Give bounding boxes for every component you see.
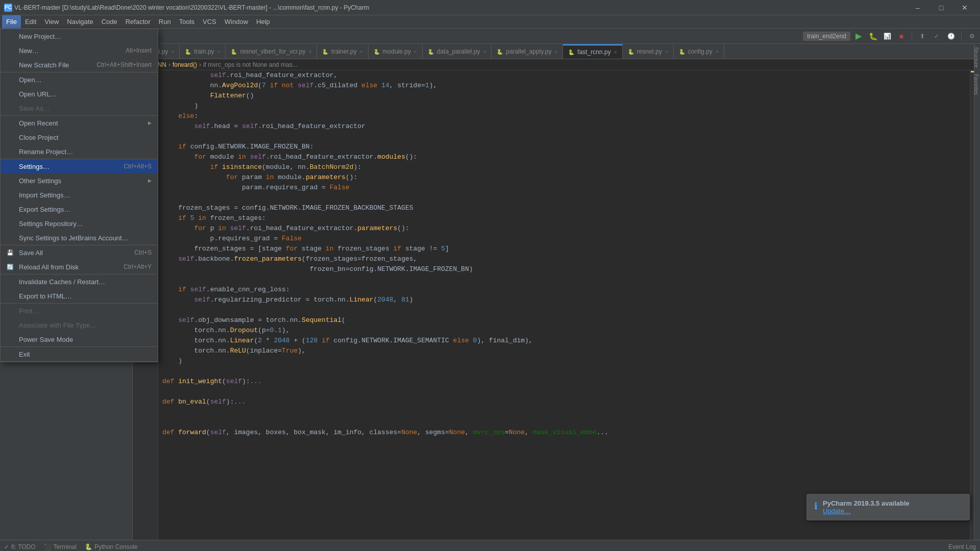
menu-item-label: Exit <box>19 350 30 358</box>
menu-item-save-all[interactable]: 💾 Save All Ctrl+S <box>1 245 158 260</box>
todo-icon: ✓ <box>4 543 9 550</box>
tab-label: fast_rcnn.py <box>577 48 610 56</box>
menu-section-new: New Project… New… Alt+Insert New Scratch… <box>1 29 158 72</box>
tab-close-data-parallel[interactable]: × <box>483 49 486 55</box>
vcs-commit-btn[interactable]: ✓ <box>930 30 943 42</box>
menu-item-power-save[interactable]: Power Save Mode <box>1 332 158 346</box>
vcs-history-btn[interactable]: 🕐 <box>945 30 957 42</box>
menu-item-sync-settings[interactable]: Sync Settings to JetBrains Account… <box>1 231 158 245</box>
menu-item-invalidate[interactable]: Invalidate Caches / Restart… <box>1 274 158 289</box>
code-line: self.obj_downsample = torch.nn.Sequentia… <box>162 315 966 325</box>
menu-item-exit[interactable]: Exit <box>1 347 158 361</box>
menu-item-import-settings[interactable]: Import Settings… <box>1 188 158 202</box>
structure-tab[interactable]: Structure <box>974 44 980 71</box>
tab-close-train[interactable]: × <box>217 49 220 55</box>
tab-parallel-apply[interactable]: 🐍 parallel_apply.py × <box>492 44 563 59</box>
breadcrumb-method[interactable]: forward() <box>173 61 197 68</box>
code-line: frozen_stages = config.NETWORK.IMAGE_FRO… <box>162 203 966 213</box>
menu-item-reload[interactable]: 🔄 Reload All from Disk Ctrl+Alt+Y <box>1 260 158 274</box>
menu-item-label: Settings… <box>19 163 50 170</box>
menu-item-other-settings[interactable]: Other Settings <box>1 173 158 188</box>
tab-train[interactable]: 🐍 train.py × <box>180 44 226 59</box>
menu-file[interactable]: File <box>2 15 21 29</box>
tab-close-build[interactable]: × <box>171 49 174 55</box>
menu-item-export-settings[interactable]: Export Settings… <box>1 202 158 216</box>
code-content[interactable]: self.roi_head_feature_extractor, nn.AvgP… <box>158 70 970 540</box>
menu-vcs[interactable]: VCS <box>199 15 220 29</box>
menu-view[interactable]: View <box>40 15 63 29</box>
menu-item-export-html[interactable]: Export to HTML… <box>1 289 158 303</box>
coverage-btn[interactable]: 📊 <box>881 30 893 42</box>
menu-tools[interactable]: Tools <box>175 15 199 29</box>
menu-help[interactable]: Help <box>252 15 274 29</box>
code-line: ) <box>162 356 966 366</box>
menu-item-settings[interactable]: Settings… Ctrl+Alt+S <box>1 159 158 173</box>
code-line: if 5 in frozen_stages: <box>162 213 966 223</box>
window-controls: – □ ✕ <box>906 1 976 15</box>
bottom-tab-event-log[interactable]: Event Log <box>948 543 976 550</box>
menu-item-print[interactable]: Print… <box>1 304 158 318</box>
menu-item-open[interactable]: Open… <box>1 72 158 87</box>
menu-item-new[interactable]: New… Alt+Insert <box>1 43 158 58</box>
tab-close-resnet[interactable]: × <box>308 49 311 55</box>
tab-close-config[interactable]: × <box>716 49 719 55</box>
close-button[interactable]: ✕ <box>953 1 976 15</box>
tab-close-resnet2[interactable]: × <box>665 49 668 55</box>
bottom-tab-terminal[interactable]: ⬛ Terminal <box>44 543 77 550</box>
tab-data-parallel[interactable]: 🐍 data_parallel.py × <box>423 44 492 59</box>
code-line: else: <box>162 111 966 121</box>
menu-item-label: Export Settings… <box>19 206 70 213</box>
menu-item-open-url[interactable]: Open URL… <box>1 87 158 101</box>
shortcut-settings: Ctrl+Alt+S <box>124 163 152 170</box>
menu-bar: File Edit View Navigate Code Refactor Ru… <box>0 15 980 29</box>
tab-close-fast-rcnn[interactable]: × <box>614 49 617 55</box>
settings-btn[interactable]: ⚙ <box>966 30 978 42</box>
menu-item-new-project[interactable]: New Project… <box>1 29 158 43</box>
menu-navigate[interactable]: Navigate <box>63 15 97 29</box>
menu-item-rename-project[interactable]: Rename Project… <box>1 144 158 159</box>
run-config-selector[interactable]: train_end2end <box>803 32 850 41</box>
menu-refactor[interactable]: Refactor <box>121 15 155 29</box>
code-editor[interactable]: 103 104 105 106 107 108 109 111 121 122 … <box>133 70 974 540</box>
menu-item-close-project[interactable]: Close Project <box>1 130 158 144</box>
debug-btn[interactable]: 🐛 <box>867 30 879 42</box>
menu-window[interactable]: Window <box>220 15 252 29</box>
menu-item-label: Invalidate Caches / Restart… <box>19 278 105 286</box>
code-line: frozen_bn=config.NETWORK.IMAGE_FROZEN_BN… <box>162 264 966 274</box>
tab-resnet-vlbert[interactable]: 🐍 resnet_vlbert_for_vcr.py × <box>226 44 317 59</box>
menu-code[interactable]: Code <box>97 15 121 29</box>
maximize-button[interactable]: □ <box>930 1 952 15</box>
python-console-label: Python Console <box>94 543 138 550</box>
tab-label: trainer.py <box>331 48 356 55</box>
menu-item-associate[interactable]: Associate with File Type… <box>1 318 158 332</box>
menu-item-open-recent[interactable]: Open Recent <box>1 116 158 130</box>
code-line: p.requires_grad = False <box>162 234 966 244</box>
menu-item-label: Export to HTML… <box>19 292 72 300</box>
shortcut-new: Alt+Insert <box>126 47 152 54</box>
tab-fast-rcnn[interactable]: 🐍 fast_rcnn.py × <box>563 44 622 59</box>
tab-label: data_parallel.py <box>437 48 480 55</box>
menu-item-save-as[interactable]: Save As… <box>1 101 158 115</box>
tab-close-trainer[interactable]: × <box>360 49 363 55</box>
toolbar-right: train_end2end ▶ 🐛 📊 ■ ⬆ ✓ 🕐 ⚙ <box>803 30 978 42</box>
run-btn[interactable]: ▶ <box>852 30 865 42</box>
stop-btn[interactable]: ■ <box>895 30 908 42</box>
menu-run[interactable]: Run <box>155 15 175 29</box>
tab-resnet[interactable]: 🐍 resnet.py × <box>623 44 674 59</box>
tab-config[interactable]: 🐍 config.py × <box>674 44 724 59</box>
menu-item-settings-repo[interactable]: Settings Repository… <box>1 216 158 231</box>
vcs-update-btn[interactable]: ⬆ <box>916 30 928 42</box>
tab-close-module[interactable]: × <box>414 49 417 55</box>
bottom-tab-todo[interactable]: ✓ 6: TODO <box>4 543 36 550</box>
menu-section-cache: Invalidate Caches / Restart… Export to H… <box>1 274 158 304</box>
tab-close-parallel[interactable]: × <box>555 49 558 55</box>
breadcrumb: FastRCNN › forward() › if mvrc_ops is no… <box>133 59 974 70</box>
favorites-tab[interactable]: Favorites <box>974 71 980 98</box>
menu-item-new-scratch[interactable]: New Scratch File Ctrl+Alt+Shift+Insert <box>1 58 158 72</box>
menu-edit[interactable]: Edit <box>21 15 40 29</box>
minimize-button[interactable]: – <box>906 1 929 15</box>
tab-trainer[interactable]: 🐍 trainer.py × <box>317 44 368 59</box>
menu-item-label: Power Save Mode <box>19 336 73 343</box>
tab-module[interactable]: 🐍 module.py × <box>369 44 423 59</box>
bottom-tab-python-console[interactable]: 🐍 Python Console <box>85 543 138 550</box>
